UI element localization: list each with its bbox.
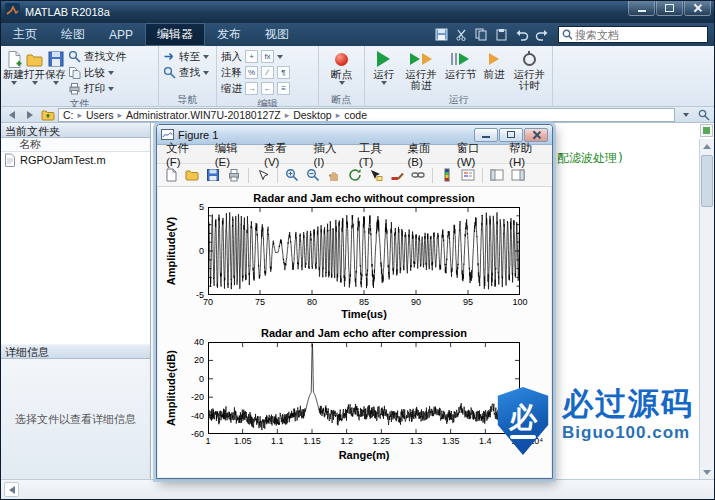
comment-button[interactable]: 注释 % ∕ ¶ [221, 65, 290, 80]
dropdown-caret-icon [108, 71, 114, 75]
x-tick-label: 1.15 [303, 436, 321, 446]
menu-tools[interactable]: 工具(T) [352, 141, 401, 168]
tab-publish[interactable]: 发布 [205, 23, 253, 46]
smart-indent-icon[interactable]: ≡ [277, 82, 290, 95]
close-button[interactable] [684, 1, 711, 16]
link-plot-button[interactable] [408, 165, 428, 185]
open-button[interactable]: 打开 [24, 48, 45, 85]
menu-help[interactable]: 帮助(H) [502, 141, 552, 168]
tab-plots[interactable]: 绘图 [49, 23, 97, 46]
menu-desktop[interactable]: 桌面(B) [400, 141, 449, 168]
breadcrumb-segment[interactable]: Administrator.WIN7U-20180127Z [126, 109, 281, 121]
insert-function-icon[interactable]: fx [261, 50, 274, 63]
menu-edit[interactable]: 编辑(E) [208, 141, 257, 168]
status-toggle-button[interactable] [4, 482, 19, 497]
save-file-button[interactable]: 保存 [45, 48, 66, 85]
doc-search-input[interactable] [575, 29, 704, 41]
zoom-out-button[interactable] [303, 165, 323, 185]
new-figure-button[interactable] [161, 165, 181, 185]
tab-view[interactable]: 视图 [253, 23, 301, 46]
back-button[interactable] [4, 108, 19, 121]
breadcrumb[interactable]: C: ▸ Users ▸ Administrator.WIN7U-2018012… [58, 108, 675, 122]
run-section-button[interactable]: 运行节 [442, 48, 479, 80]
breadcrumb-segment[interactable]: Users [86, 109, 113, 121]
tab-apps[interactable]: APP [97, 23, 145, 46]
indent-left-icon[interactable]: ← [261, 82, 274, 95]
figure-close-button[interactable] [524, 128, 548, 142]
find-button[interactable]: 查找 [163, 65, 209, 80]
compare-button[interactable]: 比较 [68, 65, 126, 80]
name-column-header[interactable]: 名称 [1, 138, 150, 152]
maximize-button[interactable] [656, 1, 683, 16]
indent-right-icon[interactable]: → [245, 82, 258, 95]
legend-icon [461, 168, 475, 182]
tab-label: 发布 [217, 26, 241, 43]
save-figure-button[interactable] [203, 165, 223, 185]
scrollbar-thumb[interactable] [701, 155, 713, 207]
uncomment-icon[interactable]: ∕ [261, 66, 274, 79]
menu-file[interactable]: 文件(F) [159, 141, 208, 168]
search-folder-button[interactable] [696, 108, 711, 121]
doc-search-box[interactable] [558, 26, 708, 43]
data-cursor-button[interactable] [366, 165, 386, 185]
new-script-button[interactable]: 新建 [3, 48, 24, 85]
save-button[interactable] [433, 26, 450, 43]
insert-legend-button[interactable] [458, 165, 478, 185]
breakpoints-button[interactable]: 断点 [331, 48, 352, 85]
tab-home[interactable]: 主页 [1, 23, 49, 46]
file-item[interactable]: RGPOJamTest.m [1, 152, 150, 168]
pan-button[interactable] [324, 165, 344, 185]
menu-insert[interactable]: 插入(I) [306, 141, 351, 168]
brush-button[interactable] [387, 165, 407, 185]
redo-button[interactable] [533, 26, 550, 43]
comment-icon[interactable]: % [245, 66, 258, 79]
hide-plot-tools-button[interactable] [487, 165, 507, 185]
forward-button[interactable] [22, 108, 37, 121]
open-file-button[interactable] [182, 165, 202, 185]
menu-view[interactable]: 查看(V) [257, 141, 306, 168]
undo-button[interactable] [513, 26, 530, 43]
insert-button[interactable]: 插入 + fx [221, 49, 290, 64]
x-tick-label: 1.4 [479, 436, 492, 446]
breadcrumb-segment[interactable]: C: [63, 109, 74, 121]
pilcrow-icon: ¶ [281, 68, 285, 77]
pan-hand-icon [327, 168, 341, 182]
goto-button[interactable]: 转至 [163, 49, 209, 64]
paste-button[interactable] [493, 26, 510, 43]
code-analyzer-indicator[interactable] [700, 124, 713, 137]
figure-minimize-button[interactable] [474, 128, 498, 142]
show-plot-tools-button[interactable] [508, 165, 528, 185]
tab-editor[interactable]: 编辑器 [145, 23, 205, 46]
run-and-time-button[interactable]: 运行并计时 [509, 48, 550, 91]
insert-section-icon[interactable]: + [245, 50, 258, 63]
wrap-comment-icon[interactable]: ¶ [277, 66, 290, 79]
copy-button[interactable] [473, 26, 490, 43]
browse-folder-button[interactable] [40, 108, 55, 121]
menu-window[interactable]: 窗口(W) [450, 141, 502, 168]
insert-colorbar-button[interactable] [437, 165, 457, 185]
cut-button[interactable] [453, 26, 470, 43]
run-and-advance-button[interactable]: 运行并前进 [400, 48, 441, 91]
find-files-button[interactable]: 查找文件 [68, 49, 126, 64]
breadcrumb-segment[interactable]: code [344, 109, 367, 121]
minimize-button[interactable] [628, 1, 655, 16]
scroll-up-button[interactable] [700, 139, 714, 153]
print-button[interactable]: 打印 [68, 81, 126, 96]
advance-button[interactable]: 前进 [479, 48, 509, 80]
advance-icon [489, 49, 499, 69]
edit-plot-button[interactable] [253, 165, 273, 185]
run-button[interactable]: 运行 [367, 48, 400, 85]
indent-button[interactable]: 缩进 → ← ≡ [221, 81, 290, 96]
floppy-icon [206, 168, 220, 182]
editor-scrollbar[interactable] [699, 139, 714, 479]
dropdown-caret-icon [339, 81, 345, 85]
file-name: RGPOJamTest.m [20, 154, 106, 166]
ribbon-tab-bar: 主页 绘图 APP 编辑器 发布 视图 [1, 23, 714, 46]
scroll-down-button[interactable] [700, 465, 714, 479]
print-figure-button[interactable] [224, 165, 244, 185]
rotate-3d-button[interactable] [345, 165, 365, 185]
recent-folders-button[interactable] [678, 108, 693, 121]
figure-maximize-button[interactable] [499, 128, 523, 142]
zoom-in-button[interactable] [282, 165, 302, 185]
breadcrumb-segment[interactable]: Desktop [293, 109, 332, 121]
